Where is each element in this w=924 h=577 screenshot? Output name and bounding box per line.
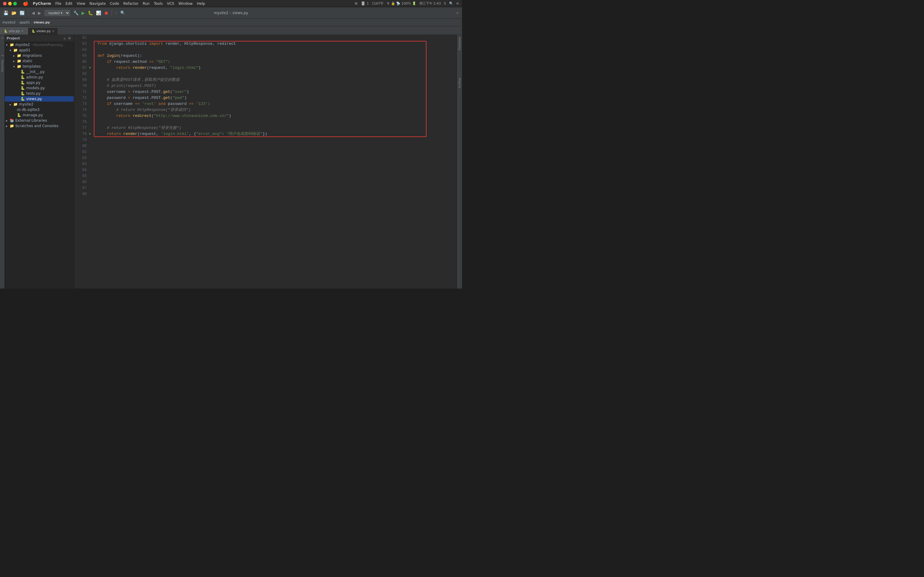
tab-views[interactable]: 🐍 views.py × [27, 27, 58, 35]
menu-code[interactable]: Code [110, 2, 119, 6]
run-coverage-button[interactable]: 📊 [95, 10, 102, 16]
code-content[interactable]: from django.shortcuts import render, Htt… [95, 35, 457, 288]
gutter-marker-78: ● [89, 131, 95, 137]
services-icon: ⊞ [355, 2, 358, 5]
menu-tools[interactable]: Tools [154, 2, 163, 6]
code-line-83 [97, 161, 454, 167]
tree-item-ext-libs[interactable]: ▸ 📚 External Libraries [5, 118, 74, 123]
code-line-84 [97, 167, 454, 173]
project-panel-btn-2[interactable]: ⚙ [67, 36, 72, 40]
tab-urls[interactable]: 🐍 urls.py × [0, 27, 27, 35]
code-line-86 [97, 179, 454, 185]
right-panel-tab-scview[interactable]: SciView [457, 77, 462, 90]
breadcrumb-part-0[interactable]: mysite2 [2, 21, 16, 24]
project-panel-btn-1[interactable]: ≡ [63, 36, 66, 40]
tree-item-init[interactable]: 🐍 __init__.py [5, 69, 74, 74]
tree-item-db[interactable]: 🗃 db.sqlite3 [5, 107, 74, 113]
project-panel-title: Project [6, 36, 20, 40]
right-panel-tab-database[interactable]: Database [457, 36, 462, 52]
tree-arrow: ▸ [6, 124, 10, 128]
run-button[interactable]: ▶ [81, 10, 86, 16]
line-num-63: 63 [74, 41, 87, 47]
menu-edit[interactable]: Edit [66, 2, 73, 6]
forward-button[interactable]: ▶ [37, 10, 42, 16]
menu-vcs[interactable]: VCS [167, 2, 174, 6]
tab-views-close[interactable]: × [52, 29, 55, 33]
tree-label: tests.py [26, 91, 40, 95]
app-name[interactable]: PyCharm [33, 2, 51, 6]
line-num-65: 65 [74, 53, 87, 59]
folder-icon: 📁 [17, 64, 21, 69]
tree-item-manage[interactable]: 🐍 manage.py [5, 113, 74, 118]
breadcrumb-part-2[interactable]: views.py [34, 21, 50, 24]
line-num-87: 87 [74, 185, 87, 191]
line-num-80: 80 [74, 143, 87, 149]
tree-label: apps.py [26, 81, 40, 85]
tree-item-mysite2-inner[interactable]: ▸ 📁 mysite2 [5, 102, 74, 107]
tree-item-mysite2[interactable]: ▾ 📁 mysite2 ~/PycharmProjects/g... [5, 42, 74, 47]
tree-item-tests[interactable]: 🐍 tests.py [5, 91, 74, 96]
menu-view[interactable]: View [77, 2, 85, 6]
breadcrumb-part-1[interactable]: app01 [19, 21, 30, 24]
sync-button[interactable]: 🔄 [19, 10, 26, 16]
menu-file[interactable]: File [55, 2, 61, 6]
menu-window[interactable]: Window [178, 2, 192, 6]
tree-item-scratches[interactable]: ▸ 📁 Scratches and Consoles [5, 123, 74, 129]
folder-icon: 📁 [17, 59, 21, 63]
menu-help[interactable]: Help [197, 2, 205, 6]
project-panel-header: Project ≡ ⚙ [5, 35, 74, 42]
line-num-82: 82 [74, 155, 87, 161]
minimize-button[interactable] [8, 2, 12, 5]
maximize-button[interactable] [13, 2, 17, 5]
stop-button[interactable]: ⏹ [103, 10, 109, 16]
tree-label: mysite2 [15, 43, 30, 47]
favorites-label[interactable]: Favorites [0, 59, 5, 73]
close-button[interactable] [3, 2, 6, 5]
tab-views-label: views.py [36, 29, 51, 33]
tab-urls-close[interactable]: × [21, 29, 23, 33]
code-line-73: if username == 'root' and password == '1… [97, 101, 454, 107]
menu-navigate[interactable]: Navigate [90, 2, 106, 6]
apple-menu[interactable]: 🍎 [23, 1, 29, 6]
battery-status: ▐▌ 1 [361, 2, 369, 5]
sidebar: Project ≡ ⚙ ▾ 📁 mysite2 ~/PycharmProject… [5, 35, 74, 288]
tree-item-app01[interactable]: ▾ 📁 app01 [5, 47, 74, 53]
open-button[interactable]: 📂 [11, 10, 18, 16]
code-line-74: # return HttpResponse("登录成功") [97, 107, 454, 113]
tree-item-apps[interactable]: 🐍 apps.py [5, 80, 74, 85]
line-num-62: 62 [74, 35, 87, 41]
search-icon[interactable]: 🔍 [449, 2, 453, 5]
line-num-64: 64 [74, 47, 87, 53]
line-num-74: 74 [74, 107, 87, 113]
menu-run[interactable]: Run [142, 2, 150, 6]
add-tab-button[interactable]: + [456, 10, 460, 16]
tree-arrow: ▾ [13, 65, 17, 68]
vcs-button[interactable]: ↑ [114, 10, 118, 16]
tree-item-views[interactable]: 🐍 views.py [5, 96, 74, 102]
debug-button[interactable]: 🐛 [87, 10, 94, 16]
tree-item-migrations[interactable]: ▸ 📁 migrations [5, 53, 74, 58]
menu-refactor[interactable]: Refactor [123, 2, 138, 6]
python-file-icon: 🐍 [21, 91, 25, 95]
left-panel-tab-1[interactable]: 1 [0, 36, 5, 40]
left-panel-tab-2[interactable]: 2 [0, 53, 5, 58]
slack-icon: S [444, 2, 446, 5]
tree-label: app01 [19, 48, 31, 52]
search-everywhere-button[interactable]: 🔍 [120, 10, 126, 16]
back-button[interactable]: ◀ [31, 10, 36, 16]
code-line-62 [97, 35, 454, 41]
code-line-72: password = request.POST.get("pwd") [97, 95, 454, 101]
project-selector[interactable]: mysite2 ▾ [45, 10, 70, 16]
tree-item-static[interactable]: ▸ 📁 static [5, 58, 74, 64]
tree-arrow: ▾ [6, 43, 10, 47]
line-num-77: 77 [74, 125, 87, 131]
line-num-78: 78 [74, 131, 87, 137]
folder-icon: 📁 [17, 53, 21, 58]
tree-item-admin[interactable]: 🐍 admin.py [5, 74, 74, 80]
breadcrumb-sep-1: › [31, 21, 32, 24]
tree-item-models[interactable]: 🐍 models.py [5, 85, 74, 91]
code-editor[interactable]: 62 63 64 65 66 67 68 69 70 71 72 73 74 7… [74, 35, 457, 288]
run-config-button[interactable]: 🔧 [73, 10, 79, 16]
tree-item-templates[interactable]: ▾ 📁 templates [5, 64, 74, 69]
save-button[interactable]: 💾 [2, 10, 9, 16]
